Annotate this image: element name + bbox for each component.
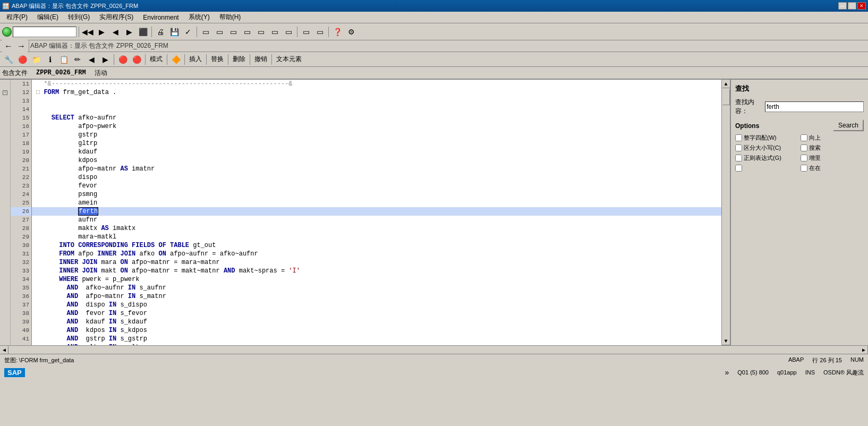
title-bar-controls[interactable]: — □ ✕ [838,2,866,10]
tb5[interactable]: ▭ [254,25,267,38]
ln-22: 22 [11,173,31,182]
forward-btn[interactable]: ▶ [95,25,108,38]
replace-label: 替换 [209,55,226,64]
scroll-up-btn[interactable]: ▲ [722,80,730,88]
checkbox-search[interactable]: 搜索 [801,144,864,152]
tb3[interactable]: ▭ [227,25,240,38]
tb7[interactable]: ▭ [282,25,295,38]
scroll-left-btn[interactable]: ◀ [0,346,8,354]
options-header: Options Search [735,119,864,132]
code-editor[interactable]: *&--------------------------------------… [32,80,721,345]
edit-tb7[interactable]: ◀ [85,53,98,66]
code-line-20: kdpos [32,156,721,165]
package-label: 包含文件 [2,69,28,78]
code-line-14 [32,105,721,114]
regex-checkbox[interactable] [735,155,742,161]
back-btn[interactable]: ◀◀ [81,25,94,38]
edit-tb3[interactable]: 📁 [30,53,42,66]
inplace-label: 在在 [809,164,821,172]
edit-tb4[interactable]: ℹ [44,53,56,66]
upward-label: 向上 [809,134,821,142]
menu-program[interactable]: 程序(P) [2,12,32,23]
search-content-input[interactable] [765,101,864,112]
menu-edit[interactable]: 编辑(E) [33,12,63,23]
print-btn[interactable]: 🖨 [154,25,167,38]
search-button[interactable]: Search [833,120,864,131]
ln-41: 41 [11,335,31,343]
whole-word-checkbox[interactable] [735,134,742,141]
checkbox-case-sensitive[interactable]: 区分大小写(C) [735,144,798,152]
code-line-26: ferth [32,207,721,216]
scroll-right-btn[interactable]: ▶ [860,346,868,354]
maximize-button[interactable]: □ [848,2,856,10]
edit-tb5[interactable]: 📋 [57,53,70,66]
edit-tb8[interactable]: ▶ [99,53,112,66]
tb8[interactable]: ▭ [300,25,312,38]
status-row-col: 行 26 列 15 [812,356,842,364]
config-btn[interactable]: ⚙ [345,25,358,38]
nav-fwd[interactable]: → [15,40,28,53]
case-sensitive-checkbox[interactable] [735,144,742,151]
h-scroll-track [8,346,860,354]
tb1[interactable]: ▭ [199,25,212,38]
menu-help[interactable]: 帮助(H) [215,12,245,23]
scroll-thumb[interactable] [722,89,730,105]
ln-38: 38 [11,309,31,318]
menu-system[interactable]: 系统(Y) [184,12,214,23]
save-btn[interactable]: 💾 [168,25,181,38]
edit-tb6[interactable]: ✏ [71,53,84,66]
menu-goto[interactable]: 转到(G) [64,12,94,23]
fold-12[interactable]: - [0,88,10,97]
checkbox-increment[interactable]: 增里 [801,154,864,162]
code-line-32: INNER JOIN mara ON afpo~matnr = mara~mat… [32,258,721,267]
arrows-icon: » [725,368,729,377]
checkbox-inplace[interactable]: 在在 [801,164,864,172]
horizontal-scrollbar[interactable]: ◀ ▶ [0,345,868,354]
minimize-button[interactable]: — [838,2,847,10]
tb4[interactable]: ▭ [241,25,253,38]
check-btn[interactable]: ✓ [182,25,194,38]
edit-tb1[interactable]: 🔧 [2,53,15,66]
sep5 [184,54,185,65]
nav-prev[interactable]: ◀ [109,25,122,38]
tb6[interactable]: ▭ [268,25,281,38]
scroll-down-btn[interactable]: ▼ [722,337,730,345]
search-type-checkbox[interactable] [801,144,807,151]
inplace-checkbox[interactable] [801,165,807,172]
edit-tb9[interactable]: 🔴 [116,53,129,66]
help-btn[interactable]: ❓ [331,25,344,38]
checkbox-whole-word[interactable]: 整字四配(W) [735,134,798,142]
stop-btn[interactable]: ⬛ [137,25,149,38]
case-sensitive-label: 区分大小写(C) [744,144,781,152]
title-bar-left: 🪟 ABAP 编辑器：显示 包含文件 ZPPR_0026_FRM [2,2,138,10]
ln-31: 31 [11,250,31,258]
vertical-scrollbar[interactable]: ▲ ▼ [721,80,730,345]
sap-logo: SAP [4,368,25,377]
code-line-12: □ FORM frm_get_data . [32,88,721,97]
upward-checkbox[interactable] [801,134,807,141]
nav-next[interactable]: ▶ [123,25,135,38]
ln-18: 18 [11,139,31,148]
code-line-22: dispo [32,173,721,182]
edit-tb11[interactable]: 🔶 [169,53,182,66]
title-bar-text: ABAP 编辑器：显示 包含文件 ZPPR_0026_FRM [12,2,138,10]
menu-environment[interactable]: Environment [139,13,183,22]
checkbox-empty[interactable] [735,164,798,172]
whole-word-label: 整字四配(W) [744,134,777,142]
edit-tb10[interactable]: 🔴 [130,53,143,66]
checkbox-upward[interactable]: 向上 [801,134,864,142]
mode-label: 模式 [148,55,165,64]
nav-back[interactable]: ← [2,40,15,53]
close-button[interactable]: ✕ [857,2,866,10]
command-input[interactable] [13,27,76,37]
empty-checkbox[interactable] [735,165,742,172]
tb2[interactable]: ▭ [213,25,226,38]
ln-35: 35 [11,284,31,292]
checkbox-regex[interactable]: 正则表达式(G) [735,154,798,162]
increment-checkbox[interactable] [801,155,807,161]
ln-23: 23 [11,182,31,190]
tb9[interactable]: ▭ [313,25,326,38]
edit-tb2[interactable]: 🔴 [16,53,29,66]
menu-utilities[interactable]: 实用程序(S) [95,12,138,23]
ln-32: 32 [11,258,31,267]
